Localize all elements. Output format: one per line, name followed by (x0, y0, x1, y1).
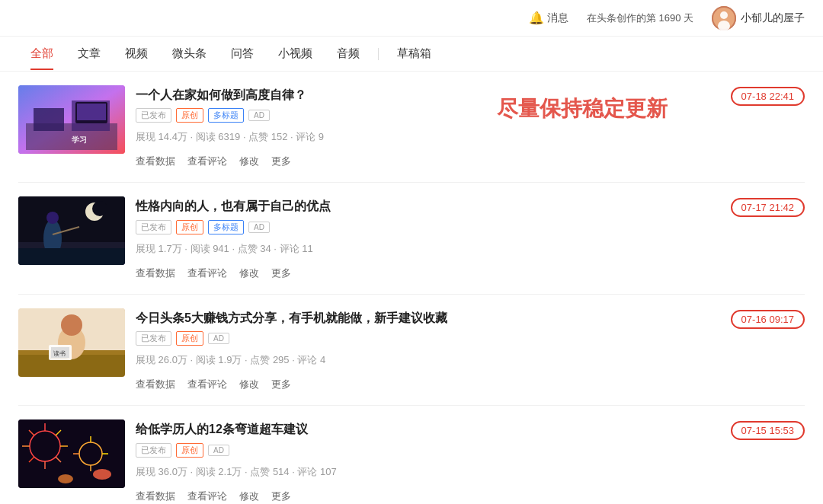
edit-button[interactable]: 修改 (239, 378, 259, 391)
tag-original: 原创 (176, 220, 203, 234)
days-counter: 在头条创作的第 1690 天 (587, 11, 693, 25)
table-row: 性格内向的人，也有属于自己的优点 已发布 原创 多标题 AD 展现 1.7万 ·… (18, 183, 805, 294)
article-list: 学习 一个人在家如何做到高度自律？ 已发布 原创 多标题 AD 展现 14.4万… (0, 72, 823, 504)
user-profile[interactable]: 小郁儿的屋子 (712, 6, 805, 30)
tag-original: 原创 (176, 443, 203, 458)
more-button[interactable]: 更多 (271, 490, 291, 503)
article-meta-right: 07-17 21:42 (683, 196, 805, 279)
tag-published: 已发布 (136, 443, 171, 458)
tag-published: 已发布 (136, 331, 171, 346)
article-title[interactable]: 一个人在家如何做到高度自律？ (136, 87, 672, 104)
tag-published: 已发布 (136, 108, 171, 123)
view-comments-button[interactable]: 查看评论 (187, 266, 227, 280)
view-comments-button[interactable]: 查看评论 (187, 155, 227, 168)
tag-original: 原创 (176, 108, 203, 123)
article-title[interactable]: 性格内向的人，也有属于自己的优点 (136, 198, 672, 215)
edit-button[interactable]: 修改 (239, 490, 259, 503)
article-tags: 已发布 原创 多标题 AD (136, 220, 672, 234)
nav-divider (378, 48, 379, 60)
article-thumbnail (18, 419, 125, 488)
article-meta-right: 07-16 09:17 (683, 308, 805, 391)
more-button[interactable]: 更多 (271, 378, 291, 391)
avatar (712, 6, 736, 30)
svg-point-42 (93, 469, 111, 480)
article-actions: 查看数据 查看评论 修改 更多 (136, 266, 672, 280)
view-comments-button[interactable]: 查看评论 (187, 378, 227, 391)
svg-text:学习: 学习 (72, 136, 87, 144)
article-tags: 已发布 原创 AD (136, 331, 672, 346)
tag-ad: AD (208, 333, 229, 344)
svg-point-43 (58, 474, 73, 483)
tab-micro[interactable]: 微头条 (160, 37, 219, 70)
publish-date: 07-15 15:53 (731, 421, 805, 440)
view-comments-button[interactable]: 查看评论 (187, 490, 227, 503)
article-stats: 展现 1.7万 · 阅读 941 · 点赞 34 · 评论 11 (136, 242, 672, 256)
svg-rect-12 (18, 196, 125, 242)
nav-tabs: 全部 文章 视频 微头条 问答 小视频 音频 草稿箱 (0, 37, 823, 72)
article-thumbnail: 学习 (18, 85, 125, 154)
tab-draft[interactable]: 草稿箱 (385, 37, 444, 70)
view-data-button[interactable]: 查看数据 (136, 155, 175, 168)
article-content: 一个人在家如何做到高度自律？ 已发布 原创 多标题 AD 展现 14.4万 · … (136, 85, 672, 168)
svg-rect-9 (77, 104, 106, 120)
tag-multi-title: 多标题 (208, 220, 244, 234)
tab-short-video[interactable]: 小视频 (266, 37, 325, 70)
tab-audio[interactable]: 音频 (325, 37, 372, 70)
view-data-button[interactable]: 查看数据 (136, 490, 175, 503)
article-tags: 已发布 原创 多标题 AD (136, 108, 672, 123)
svg-point-14 (92, 201, 107, 216)
publish-date: 07-18 22:41 (731, 87, 805, 106)
view-data-button[interactable]: 查看数据 (136, 378, 175, 391)
view-data-button[interactable]: 查看数据 (136, 266, 175, 280)
article-actions: 查看数据 查看评论 修改 更多 (136, 490, 672, 503)
table-row: 给低学历人的12条弯道超车建议 已发布 原创 AD 展现 36.0万 · 阅读 … (18, 406, 805, 504)
article-title[interactable]: 给低学历人的12条弯道超车建议 (136, 421, 672, 438)
article-meta-right: 07-18 22:41 (683, 85, 805, 168)
publish-date: 07-17 21:42 (731, 198, 805, 217)
svg-point-23 (61, 314, 82, 336)
tab-all[interactable]: 全部 (18, 37, 66, 70)
more-button[interactable]: 更多 (271, 266, 291, 280)
article-title[interactable]: 今日头条5大赚钱方式分享，有手机就能做，新手建议收藏 (136, 310, 672, 327)
svg-rect-6 (34, 108, 64, 131)
article-thumbnail: 读书 (18, 308, 125, 377)
username: 小郁儿的屋子 (741, 11, 805, 25)
publish-date: 07-16 09:17 (731, 310, 805, 329)
article-content: 今日头条5大赚钱方式分享，有手机就能做，新手建议收藏 已发布 原创 AD 展现 … (136, 308, 672, 391)
edit-button[interactable]: 修改 (239, 155, 259, 168)
more-button[interactable]: 更多 (271, 155, 291, 168)
article-content: 给低学历人的12条弯道超车建议 已发布 原创 AD 展现 36.0万 · 阅读 … (136, 419, 672, 502)
article-stats: 展现 26.0万 · 阅读 1.9万 · 点赞 295 · 评论 4 (136, 353, 672, 367)
tag-published: 已发布 (136, 220, 171, 234)
article-stats: 展现 14.4万 · 阅读 6319 · 点赞 152 · 评论 9 (136, 130, 672, 144)
svg-text:读书: 读书 (53, 350, 66, 357)
tab-article[interactable]: 文章 (66, 37, 113, 70)
bell-icon (529, 11, 544, 25)
tag-multi-title: 多标题 (208, 108, 244, 123)
svg-point-16 (46, 212, 59, 224)
svg-point-2 (720, 11, 728, 19)
article-actions: 查看数据 查看评论 修改 更多 (136, 378, 672, 391)
tag-original: 原创 (176, 331, 203, 346)
table-row: 学习 一个人在家如何做到高度自律？ 已发布 原创 多标题 AD 展现 14.4万… (18, 72, 805, 183)
article-thumbnail (18, 196, 125, 265)
edit-button[interactable]: 修改 (239, 266, 259, 280)
article-stats: 展现 36.0万 · 阅读 2.1万 · 点赞 514 · 评论 107 (136, 465, 672, 479)
article-content: 性格内向的人，也有属于自己的优点 已发布 原创 多标题 AD 展现 1.7万 ·… (136, 196, 672, 279)
table-row: 读书 今日头条5大赚钱方式分享，有手机就能做，新手建议收藏 已发布 原创 AD … (18, 295, 805, 406)
tag-ad: AD (248, 222, 270, 233)
article-meta-right: 07-15 15:53 (683, 419, 805, 502)
notification-button[interactable]: 消息 (529, 11, 568, 25)
tab-qa[interactable]: 问答 (219, 37, 266, 70)
tab-video[interactable]: 视频 (113, 37, 160, 70)
header: 消息 在头条创作的第 1690 天 小郁儿的屋子 (0, 0, 823, 37)
svg-rect-17 (18, 248, 125, 265)
article-tags: 已发布 原创 AD (136, 443, 672, 458)
tag-ad: AD (208, 445, 229, 456)
tag-ad: AD (248, 110, 270, 121)
article-actions: 查看数据 查看评论 修改 更多 (136, 155, 672, 168)
notification-label: 消息 (547, 11, 568, 25)
